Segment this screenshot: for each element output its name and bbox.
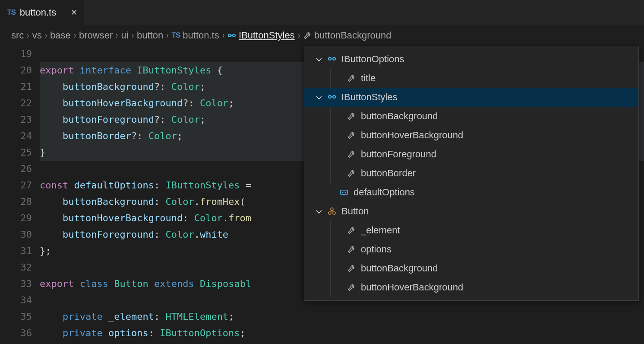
line-number: 34 — [0, 292, 32, 309]
line-number: 35 — [0, 309, 32, 325]
outline-item-label: IButtonStyles — [341, 92, 398, 103]
line-number: 28 — [0, 194, 32, 210]
property-icon — [346, 264, 357, 273]
line-number: 22 — [0, 95, 32, 111]
line-number: 23 — [0, 111, 32, 128]
line-number: 33 — [0, 276, 32, 292]
close-icon[interactable]: ✕ — [71, 8, 77, 17]
property-icon — [346, 112, 357, 121]
outline-item[interactable]: title — [304, 69, 638, 88]
line-gutter: 192021222324252627282930313233343536 — [0, 46, 40, 341]
line-number: 32 — [0, 259, 32, 276]
outline-item-label: defaultOptions — [354, 187, 415, 198]
outline-item[interactable]: buttonBorder — [304, 164, 638, 183]
outline-item-label: Button — [341, 206, 369, 217]
breadcrumb-item[interactable]: vs — [32, 30, 42, 41]
outline-item-label: buttonBackground — [361, 263, 438, 274]
outline-item[interactable]: IButtonOptions — [304, 50, 638, 69]
line-number: 30 — [0, 226, 32, 243]
breadcrumb-item[interactable]: base — [50, 30, 71, 41]
breadcrumb-item[interactable]: button — [137, 30, 163, 41]
line-number: 24 — [0, 128, 32, 144]
line-number: 19 — [0, 46, 32, 62]
chevron-down-icon[interactable] — [315, 55, 322, 63]
line-number: 26 — [0, 161, 32, 177]
property-icon — [346, 283, 357, 292]
breadcrumb-item[interactable]: src — [11, 30, 24, 41]
outline-item-label: buttonBorder — [361, 168, 416, 179]
tab-button-ts[interactable]: TS button.ts ✕ — [0, 0, 84, 25]
outline-item[interactable]: options — [304, 240, 638, 259]
interface-icon — [227, 32, 236, 39]
outline-item[interactable]: IButtonStyles — [304, 88, 638, 107]
wrench-icon — [303, 31, 312, 40]
breadcrumb-symbol[interactable]: IButtonStyles — [239, 30, 295, 41]
line-number: 25 — [0, 144, 32, 161]
outline-item[interactable]: defaultOptions — [304, 183, 638, 202]
outline-item[interactable]: buttonForeground — [304, 145, 638, 164]
line-number: 36 — [0, 325, 32, 341]
property-icon — [346, 226, 357, 235]
chevron-down-icon[interactable] — [315, 207, 322, 215]
outline-item[interactable]: buttonBackground — [304, 107, 638, 126]
outline-item[interactable]: buttonHoverBackground — [304, 126, 638, 145]
line-number: 20 — [0, 62, 32, 79]
class-icon — [327, 207, 337, 216]
breadcrumb-file[interactable]: button.ts — [183, 30, 219, 41]
outline-item[interactable]: Button — [304, 202, 638, 221]
breadcrumb-symbol[interactable]: buttonBackground — [314, 30, 391, 41]
line-number: 31 — [0, 243, 32, 259]
outline-item-label: buttonHoverBackground — [361, 282, 463, 293]
outline-item-label: buttonHoverBackground — [361, 130, 463, 141]
interface-icon — [327, 55, 337, 64]
outline-item[interactable]: buttonBackground — [304, 259, 638, 278]
breadcrumb-item[interactable]: browser — [79, 30, 113, 41]
constant-icon — [339, 188, 349, 197]
outline-item-label: IButtonOptions — [341, 54, 404, 65]
line-number: 29 — [0, 210, 32, 226]
tab-bar: TS button.ts ✕ — [0, 0, 644, 25]
typescript-icon: TS — [172, 31, 180, 40]
property-icon — [346, 150, 357, 159]
outline-item-label: buttonForeground — [361, 149, 436, 160]
interface-icon — [327, 93, 337, 102]
property-icon — [346, 74, 357, 83]
outline-item[interactable]: _element — [304, 221, 638, 240]
typescript-icon: TS — [7, 8, 16, 17]
line-number: 27 — [0, 177, 32, 194]
outline-item-label: title — [361, 73, 376, 84]
tab-label: button.ts — [20, 7, 56, 18]
property-icon — [346, 245, 357, 254]
property-icon — [346, 131, 357, 140]
outline-item-label: options — [361, 244, 391, 255]
outline-item-label: _element — [361, 225, 400, 236]
chevron-down-icon[interactable] — [315, 93, 322, 101]
breadcrumb: src› vs› base› browser› ui› button› TS b… — [0, 25, 644, 46]
outline-item[interactable]: buttonHoverBackground — [304, 278, 638, 297]
property-icon — [346, 169, 357, 178]
outline-item-label: buttonBackground — [361, 111, 438, 122]
outline-dropdown[interactable]: IButtonOptionstitleIButtonStylesbuttonBa… — [304, 46, 639, 301]
breadcrumb-item[interactable]: ui — [121, 30, 129, 41]
line-number: 21 — [0, 79, 32, 95]
